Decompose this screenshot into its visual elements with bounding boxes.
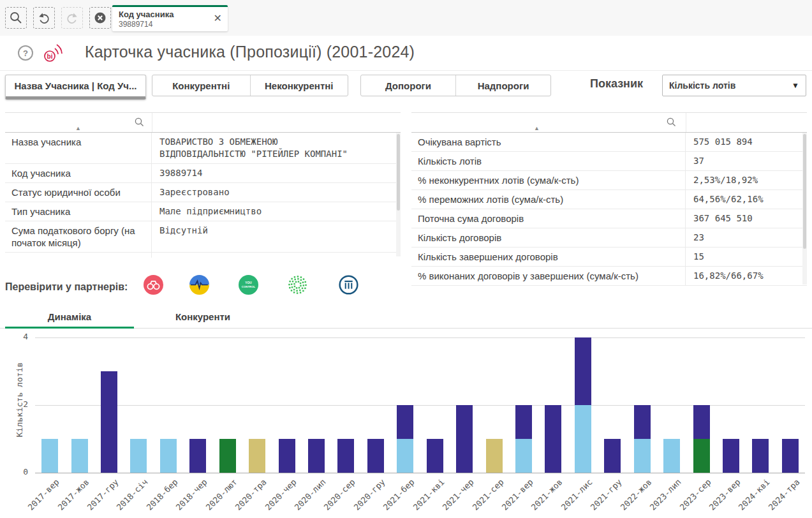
selection-chip-field: Код учасника (119, 9, 221, 20)
bar-2021-жов[interactable] (545, 405, 561, 473)
bar-segment-purple (545, 405, 561, 473)
bar-2022-жов[interactable] (634, 405, 651, 473)
clarity-project-icon[interactable] (144, 275, 163, 295)
table-row[interactable]: % виконаних договорів у завершених (сума… (411, 267, 807, 286)
bar-2021-лис[interactable] (575, 337, 591, 473)
row-label: В "чорному списку" АМКУ (5, 253, 152, 258)
bar-segment-lightblue (397, 439, 413, 473)
x-tick-label: 2024-кві (737, 477, 772, 512)
x-tick-label: 2023-вер (707, 477, 742, 512)
bar-2017-гру[interactable] (101, 371, 117, 473)
ukraine-pulse-icon[interactable] (189, 275, 209, 295)
entity-filter-button[interactable]: Назва Учасника | Код Уч... (5, 75, 146, 100)
filter-button-надпороги[interactable]: Надпороги (455, 75, 550, 96)
bar-segment-purple (634, 405, 651, 439)
selection-chip[interactable]: Код учасника 39889714 ✕ (112, 5, 228, 31)
bar-2017-вер[interactable] (41, 439, 58, 473)
bar-2021-кві[interactable] (427, 439, 443, 473)
sort-asc-icon[interactable]: ▲ (534, 125, 540, 131)
tab-competitors[interactable]: Конкуренти (135, 305, 270, 328)
bar-2023-лип[interactable] (663, 439, 680, 473)
bar-2024-тра[interactable] (782, 439, 799, 473)
step-forward-icon[interactable] (61, 7, 83, 29)
bar-2018-січ[interactable] (130, 439, 147, 473)
bar-2023-сер[interactable] (693, 405, 710, 473)
bar-2021-бер[interactable] (397, 405, 413, 473)
participant-kpi-table: ▲Очікувана вартість575 015 894Кількість … (411, 112, 807, 286)
bar-segment-lightblue (575, 405, 591, 473)
table-scrollbar-thumb[interactable] (397, 134, 400, 211)
table-row[interactable]: Сума податкового боргу (на початок місяц… (5, 221, 401, 253)
table-row[interactable]: % переможних лотів (сума/к-сть)64,56%/62… (411, 190, 807, 209)
row-label: % виконаних договорів у завершених (сума… (411, 267, 686, 285)
bar-2020-чер[interactable] (279, 439, 295, 473)
bar-2021-вер[interactable] (515, 405, 532, 473)
bar-2020-сер[interactable] (337, 439, 354, 473)
help-icon[interactable]: ? (18, 45, 33, 61)
bar-2018-чер[interactable] (189, 439, 206, 473)
bar-segment-purple (604, 439, 621, 473)
bar-segment-purple (723, 439, 739, 473)
bar-2021-сер[interactable] (486, 439, 503, 473)
bar-segment-purple (782, 439, 799, 473)
bar-segment-green (693, 439, 710, 473)
search-icon[interactable] (667, 117, 676, 130)
table-row[interactable]: Тип учасникаМале підприємництво (5, 202, 401, 221)
bar-2021-чер[interactable] (456, 405, 473, 473)
bar-2023-вер[interactable] (723, 439, 739, 473)
bar-2020-тра[interactable] (249, 439, 265, 473)
close-icon[interactable]: ✕ (214, 13, 222, 24)
row-label: Кількість лотів (411, 152, 686, 170)
table-scrollbar-thumb[interactable] (803, 134, 806, 249)
partners-label: Перевірити у партнерів: (5, 281, 128, 293)
table-row[interactable]: Код учасника39889714 (5, 164, 401, 183)
x-tick-label: 2021-гру (589, 477, 624, 512)
filter-button-неконкурентні[interactable]: Неконкурентні (250, 75, 348, 96)
table-row[interactable]: Поточна сума договорів367 645 510 (411, 209, 807, 228)
bar-segment-lightblue (663, 439, 680, 473)
opendatabot-icon[interactable] (288, 275, 307, 295)
search-icon[interactable] (135, 117, 144, 130)
bar-segment-lightblue (160, 439, 177, 473)
row-label: % переможних лотів (сума/к-сть) (411, 190, 686, 209)
bar-2018-бер[interactable] (160, 439, 177, 473)
filter-button-конкурентні[interactable]: Конкурентні (152, 75, 250, 96)
row-value: Зареєстровано (152, 183, 395, 202)
x-tick-label: 2017-вер (26, 477, 61, 512)
x-tick-label: 2021-сер (470, 477, 505, 512)
table-scrollbar[interactable] (396, 133, 401, 256)
table-row[interactable]: В "чорному списку" АМКУНі (5, 253, 401, 258)
table-row[interactable]: Статус юридичної особиЗареєстровано (5, 183, 401, 202)
bar-2024-кві[interactable] (752, 439, 769, 473)
table-row[interactable]: Назва учасникаТОВАРИСТВО З ОБМЕЖЕНОЮ ВІД… (5, 133, 401, 164)
table-row[interactable]: Кількість завершених договорів15 (411, 248, 807, 267)
bar-2020-лип[interactable] (308, 439, 325, 473)
court-registry-icon[interactable] (339, 275, 358, 295)
table-scrollbar[interactable] (802, 133, 807, 285)
bar-segment-purple (575, 337, 591, 405)
table-row[interactable]: Кількість лотів37 (411, 152, 807, 171)
table-header: ▲ (411, 113, 807, 133)
indicator-dropdown[interactable]: Кількість лотів ▼ (662, 75, 806, 96)
selections-toolbar: Код учасника 39889714 ✕ (0, 0, 812, 36)
youcontrol-icon[interactable]: YOUCONTROL (239, 275, 258, 295)
bar-2020-лют[interactable] (219, 439, 236, 473)
triangle-down-icon: ▼ (792, 81, 799, 90)
table-row[interactable]: % неконкурентних лотів (сума/к-сть)2,53%… (411, 171, 807, 190)
table-row[interactable]: Очікувана вартість575 015 894 (411, 133, 807, 152)
tab-dynamics[interactable]: Динаміка (5, 305, 134, 328)
table-row[interactable]: Кількість договорів23 (411, 228, 807, 248)
bar-2021-гру[interactable] (604, 439, 621, 473)
filter-button-допороги[interactable]: Допороги (361, 75, 455, 96)
bar-segment-purple (337, 439, 354, 473)
bar-segment-purple (279, 439, 295, 473)
page-title: Карточка учасника (Пропозиції) (2001-202… (85, 43, 415, 61)
clear-selections-icon[interactable] (89, 7, 111, 29)
bar-2020-гру[interactable] (367, 439, 384, 473)
bar-2017-жов[interactable] (71, 439, 88, 473)
bar-segment-purple (397, 405, 413, 439)
step-back-icon[interactable] (33, 7, 55, 29)
bar-segment-tan (249, 439, 265, 473)
smart-search-icon[interactable] (5, 7, 27, 29)
sort-asc-icon[interactable]: ▲ (75, 125, 81, 131)
